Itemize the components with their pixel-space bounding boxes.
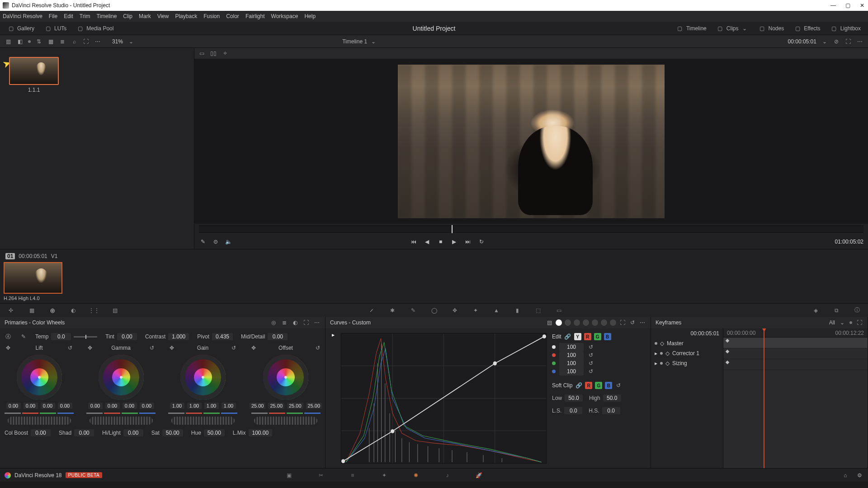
- channel-value-1[interactable]: [559, 351, 584, 359]
- scopes-icon[interactable]: ⧉: [831, 305, 842, 316]
- link-channels-icon[interactable]: 🔗: [564, 333, 571, 340]
- softclip-reset-icon[interactable]: ↺: [615, 382, 622, 389]
- page-media-icon[interactable]: ▣: [284, 470, 294, 480]
- bypass-icon[interactable]: ⊘: [833, 38, 840, 45]
- channel-reset-icon[interactable]: ↺: [587, 343, 594, 351]
- softclip-hs[interactable]: H.S.0.0: [589, 407, 620, 414]
- gain-color-wheel[interactable]: [180, 355, 226, 400]
- menu-trim[interactable]: Trim: [80, 13, 90, 19]
- stereo-icon[interactable]: ▭: [553, 305, 564, 316]
- lift-value-3[interactable]: 0.00: [58, 403, 72, 409]
- softclip-high[interactable]: High50.0: [589, 394, 621, 402]
- viewer-timecode[interactable]: 00:00:05:01: [788, 38, 816, 45]
- lift-value-0[interactable]: 0.00: [6, 403, 21, 409]
- unmix-icon[interactable]: ⊝: [212, 238, 220, 246]
- gamma-value-2[interactable]: 0.00: [123, 403, 137, 409]
- channel-intensity-3[interactable]: ↺: [552, 367, 645, 375]
- gain-jog[interactable]: [171, 417, 235, 425]
- pivot-control[interactable]: Pivot0.435: [197, 333, 233, 340]
- gamma-reset-icon[interactable]: ↺: [148, 344, 156, 352]
- key-icon[interactable]: ▮: [512, 305, 523, 316]
- colboost-control[interactable]: Col Boost0.00: [5, 429, 51, 436]
- channel-intensity-2[interactable]: ↺: [552, 359, 645, 367]
- menu-fusion[interactable]: Fusion: [203, 13, 220, 19]
- curves-reset-icon[interactable]: ↺: [629, 319, 636, 326]
- prim-expand-icon[interactable]: ⛶: [302, 319, 310, 326]
- viewer-canvas[interactable]: [194, 59, 868, 224]
- gamma-value-0[interactable]: 0.00: [88, 403, 103, 409]
- offset-value-3[interactable]: 25.00: [306, 403, 322, 409]
- lift-color-wheel[interactable]: [17, 355, 62, 400]
- gamma-wheel[interactable]: ✥Gamma↺0.000.000.000.00: [86, 344, 156, 425]
- play-icon[interactable]: ▶: [450, 238, 458, 246]
- keyframe-diamond-icon[interactable]: ◇: [660, 340, 664, 347]
- next-clip-icon[interactable]: ⏭: [464, 238, 472, 246]
- sat-control[interactable]: Sat50.00: [151, 429, 183, 436]
- lightbox-button[interactable]: ▢Lightbox: [828, 24, 863, 33]
- tc-chevron-icon[interactable]: ⌄: [821, 38, 828, 45]
- clips-button[interactable]: ▢Clips⌄: [714, 24, 751, 33]
- expand-icon[interactable]: ▸: [655, 350, 657, 357]
- luts-button[interactable]: ▢LUTs: [42, 24, 69, 33]
- gamma-value-1[interactable]: 0.00: [105, 403, 120, 409]
- lift-jog[interactable]: [8, 417, 71, 425]
- gain-value-0[interactable]: 1.00: [170, 403, 184, 409]
- list-view-icon[interactable]: ≣: [59, 38, 66, 45]
- menu-view[interactable]: View: [157, 13, 169, 19]
- prev-clip-icon[interactable]: ⏮: [410, 238, 418, 246]
- softclip-r[interactable]: R: [585, 382, 592, 389]
- zoom-value[interactable]: 31%: [112, 38, 123, 45]
- gain-picker-icon[interactable]: ✥: [168, 344, 175, 352]
- zoom-chevron-icon[interactable]: ⌄: [127, 38, 135, 45]
- menu-workspace[interactable]: Workspace: [271, 13, 298, 19]
- edit-b-channel[interactable]: B: [604, 333, 611, 340]
- channel-value-0[interactable]: [559, 343, 584, 351]
- grid-view-icon[interactable]: ▦: [47, 38, 54, 45]
- clips-chevron-icon[interactable]: ⌄: [741, 25, 748, 32]
- page-fusion-icon[interactable]: ✦: [379, 470, 389, 480]
- auto-balance-icon[interactable]: Ⓐ: [5, 333, 12, 340]
- loop-icon[interactable]: ↻: [477, 238, 486, 246]
- gamma-jog[interactable]: [90, 417, 153, 425]
- page-cut-icon[interactable]: ✂: [316, 470, 326, 480]
- menu-color[interactable]: Color: [226, 13, 239, 19]
- temp-control[interactable]: Temp0.0: [35, 333, 97, 340]
- edit-g-channel[interactable]: G: [594, 333, 601, 340]
- more-right-icon[interactable]: ⋯: [856, 38, 863, 45]
- magic-icon[interactable]: ✧: [222, 50, 229, 57]
- rgb-mixer-icon[interactable]: ⋮⋮: [89, 305, 99, 316]
- blur-icon[interactable]: ▲: [491, 305, 502, 316]
- viewer-scrubber[interactable]: [199, 225, 863, 233]
- channel-reset-icon[interactable]: ↺: [587, 368, 594, 375]
- gain-value-1[interactable]: 1.00: [187, 403, 202, 409]
- shad-control[interactable]: Shad0.00: [59, 429, 94, 436]
- split-icon[interactable]: ▯▯: [210, 50, 217, 57]
- curve-mode-7[interactable]: [610, 319, 616, 326]
- mute-icon[interactable]: 🔈: [224, 238, 232, 246]
- media-pool-button[interactable]: ▢Media Pool: [74, 24, 116, 33]
- menu-playback[interactable]: Playback: [175, 13, 197, 19]
- middetail-control[interactable]: Mid/Detail0.00: [241, 333, 288, 340]
- channel-reset-icon[interactable]: ↺: [587, 360, 594, 367]
- motion-icon[interactable]: ▤: [109, 305, 120, 316]
- gallery-still[interactable]: 1.1.1: [9, 57, 59, 93]
- softclip-g[interactable]: G: [595, 382, 602, 389]
- menu-davinci-resolve[interactable]: DaVinci Resolve: [3, 13, 42, 19]
- offset-reset-icon[interactable]: ↺: [314, 344, 321, 352]
- warper-icon[interactable]: ✱: [387, 305, 398, 316]
- channel-intensity-0[interactable]: ↺: [552, 343, 645, 351]
- prim-more-icon[interactable]: ⋯: [313, 319, 321, 326]
- picker-icon[interactable]: ✎: [199, 238, 207, 246]
- curves-icon[interactable]: ⟋: [366, 305, 377, 316]
- hdr-icon[interactable]: ◐: [68, 305, 79, 316]
- home-icon[interactable]: ⌂: [842, 472, 849, 479]
- curve-mode-3[interactable]: [574, 319, 580, 326]
- keyframes-all-label[interactable]: All: [829, 319, 835, 326]
- menu-clip[interactable]: Clip: [123, 13, 132, 19]
- keyframes-icon[interactable]: ◈: [810, 305, 821, 316]
- fullscreen-icon[interactable]: ⛶: [844, 38, 852, 45]
- softclip-ls[interactable]: L.S.0.0: [552, 407, 582, 414]
- curves-more-icon[interactable]: ⋯: [639, 319, 646, 326]
- highlight-icon[interactable]: ▭: [198, 50, 205, 57]
- menu-fairlight[interactable]: Fairlight: [245, 13, 265, 19]
